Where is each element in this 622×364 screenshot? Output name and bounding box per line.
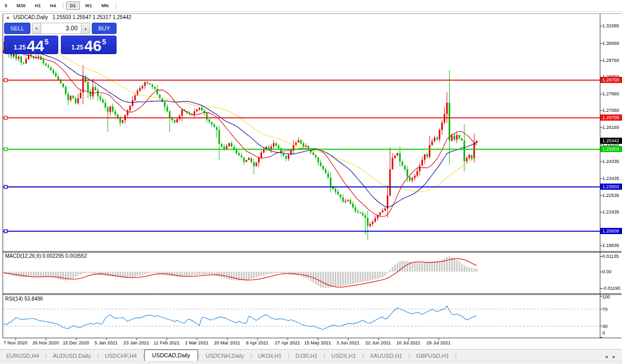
price-axis-tick: 1.23435 xyxy=(602,176,619,181)
price-axis-tick: 1.24335 xyxy=(602,159,619,164)
date-axis-label: 15 Dec 2020 xyxy=(63,340,89,345)
chart-tab-audusd[interactable]: AUDUSD,Daily xyxy=(46,351,97,361)
date-axis-label: 10 Jul 2021 xyxy=(397,340,421,345)
date-axis-label: 8 Apr 2021 xyxy=(246,340,269,345)
rsi-indicator-label: RSI(14) 53.8496 xyxy=(5,296,43,302)
chart-tab-xauusd[interactable]: XAUUSD,H1 xyxy=(364,351,408,361)
price-line-label: 1.26700 xyxy=(600,114,622,121)
chart-canvas[interactable] xyxy=(0,0,622,364)
date-axis-label: 26 Nov 2020 xyxy=(32,340,59,345)
sell-price-base: 1.25 xyxy=(14,44,26,51)
price-axis-tick: -0.01190 xyxy=(602,286,620,291)
price-line-label: 1.23003 xyxy=(600,184,622,190)
chart-tab-ukoil[interactable]: UKOil,H1 xyxy=(252,351,288,361)
chevron-up-icon: ▲ xyxy=(84,27,87,30)
price-axis-tick: 1.30660 xyxy=(602,41,619,46)
trade-panel-quotes: 1.25 44 5 1.25 46 5 xyxy=(4,36,117,54)
date-axis-label: 2 Mar 2021 xyxy=(185,340,209,345)
price-axis-tick: 100 xyxy=(602,294,610,300)
chart-tab-gbpusd[interactable]: GBPUSD,H1 xyxy=(410,351,455,361)
volume-input[interactable]: 3.00 xyxy=(41,23,80,34)
price-axis-tick: 30 xyxy=(602,324,608,329)
sell-button[interactable]: SELL xyxy=(4,23,30,34)
macd-indicator-label: MACD(12,26,9) 0.002295 0.003552 xyxy=(5,253,87,259)
chart-tab-bar: EURUSD,H4|AUDUSD,Daily|USDCHF,H4|USDCAD,… xyxy=(0,349,622,361)
date-axis-label: 5 Jan 2021 xyxy=(95,340,118,345)
trade-panel-controls: SELL ▼ 3.00 ▲ BUY xyxy=(4,23,117,34)
price-axis[interactable]: 1.315851.306601.297601.288601.279601.270… xyxy=(600,13,622,338)
price-axis-tick: 1.29760 xyxy=(602,58,619,63)
buy-button[interactable]: BUY xyxy=(92,23,117,34)
chart-tab-usdchf[interactable]: USDCHF,H4 xyxy=(99,351,143,361)
chart-title: ▲ USDCAD,Daily 1.25503 1.25547 1.25317 1… xyxy=(6,14,132,20)
collapse-triangle-icon[interactable]: ▲ xyxy=(6,15,10,19)
date-axis-label: 20 Mar 2021 xyxy=(214,340,240,345)
timeframe-button-h4[interactable]: H4 xyxy=(46,2,60,10)
date-axis-label: 22 Jun 2021 xyxy=(365,340,391,345)
chart-symbol-label: USDCAD,Daily xyxy=(13,14,48,20)
price-axis-tick: 1.26160 xyxy=(602,125,619,130)
trading-platform-window: 5M30H1H4D1W1MN ▲ USDCAD,Daily 1.25503 1.… xyxy=(0,0,622,364)
date-axis-label: 29 Jul 2021 xyxy=(427,340,451,345)
price-axis-tick: 1.27060 xyxy=(602,108,619,113)
sell-price-button[interactable]: 1.25 44 5 xyxy=(4,36,58,54)
price-axis-tick: 70 xyxy=(602,307,608,312)
chart-tab-usdcad[interactable]: USDCAD,Daily xyxy=(144,350,198,361)
date-axis-label: 7 Nov 2020 xyxy=(4,340,27,345)
price-line-label: 1.25003 xyxy=(600,146,622,152)
price-axis-tick: 0 xyxy=(602,330,605,336)
price-axis-tick: 0.00 xyxy=(602,269,612,274)
price-axis-tick: 1.19835 xyxy=(602,243,619,248)
toolbar-separator xyxy=(63,2,63,9)
date-axis-label: 27 Apr 2021 xyxy=(275,340,300,345)
tab-separator: | xyxy=(455,353,456,361)
date-axis-label: 11 Feb 2021 xyxy=(154,340,179,345)
price-line-label: 1.25442 xyxy=(600,138,622,144)
price-axis-tick: 1.31585 xyxy=(602,23,619,28)
timeframe-button-5[interactable]: 5 xyxy=(1,2,11,10)
price-axis-tick: 1.27960 xyxy=(602,91,619,96)
sell-price-pips: 44 xyxy=(27,39,44,53)
chart-tab-dj30[interactable]: DJ30,H1 xyxy=(289,351,324,361)
status-bar xyxy=(0,361,622,364)
chart-tab-eurusd[interactable]: EURUSD,H4 xyxy=(0,351,45,361)
date-axis-label: 15 May 2021 xyxy=(304,340,331,345)
volume-increase-button[interactable]: ▲ xyxy=(81,23,91,34)
sell-price-point: 5 xyxy=(44,38,48,46)
tab-scroll-right-icon[interactable]: ▸ xyxy=(610,354,618,359)
one-click-trade-panel: SELL ▼ 3.00 ▲ BUY 1.25 44 5 1.25 46 5 xyxy=(4,23,117,54)
timeframe-button-w1[interactable]: W1 xyxy=(81,2,96,10)
timeframe-button-m30[interactable]: M30 xyxy=(12,2,30,10)
date-axis-label: 23 Jan 2021 xyxy=(124,340,150,345)
timeframe-button-d1[interactable]: D1 xyxy=(66,2,80,10)
buy-price-button[interactable]: 1.25 46 5 xyxy=(61,36,117,54)
buy-price-base: 1.25 xyxy=(71,44,83,51)
buy-price-point: 5 xyxy=(102,38,106,46)
tab-scroll-left-icon[interactable]: ◂ xyxy=(602,354,610,359)
timeframe-button-mn[interactable]: MN xyxy=(97,2,113,10)
price-axis-tick: 0.01135 xyxy=(602,254,619,259)
chevron-down-icon: ▼ xyxy=(35,27,39,30)
price-axis-tick: 1.21635 xyxy=(602,209,619,214)
buy-price-pips: 46 xyxy=(85,39,102,53)
timeframe-toolbar: 5M30H1H4D1W1MN xyxy=(0,0,622,12)
date-axis-label: 3 Jun 2021 xyxy=(336,340,359,345)
price-line-label: 1.28700 xyxy=(600,77,622,83)
timeframe-button-h1[interactable]: H1 xyxy=(31,2,45,10)
price-line-label: 1.20609 xyxy=(600,228,622,234)
chart-ohlc-values: 1.25503 1.25547 1.25317 1.25442 xyxy=(53,14,132,20)
toolbar-separator xyxy=(116,2,116,9)
chart-tab-usdcnh[interactable]: USDCNH,Daily xyxy=(200,351,251,361)
chart-tab-usdx[interactable]: USDX,H1 xyxy=(325,351,362,361)
volume-decrease-button[interactable]: ▼ xyxy=(32,23,42,34)
price-axis-tick: 1.22535 xyxy=(602,193,619,198)
